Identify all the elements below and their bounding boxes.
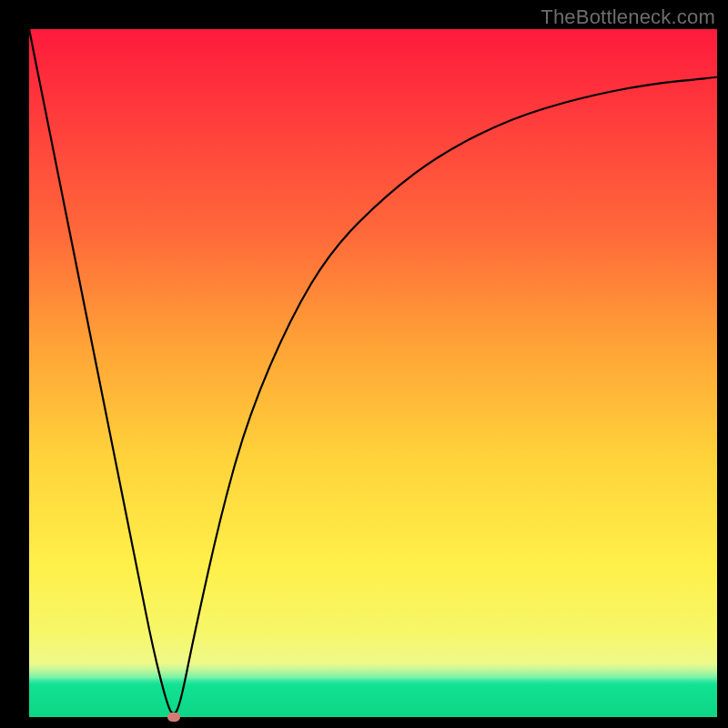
chart-frame: TheBottleneck.com [0,0,728,728]
plot-area [29,29,717,717]
bottleneck-curve [29,29,717,717]
curve-path [29,29,717,713]
minimum-marker [167,713,180,722]
watermark-text: TheBottleneck.com [541,5,715,29]
